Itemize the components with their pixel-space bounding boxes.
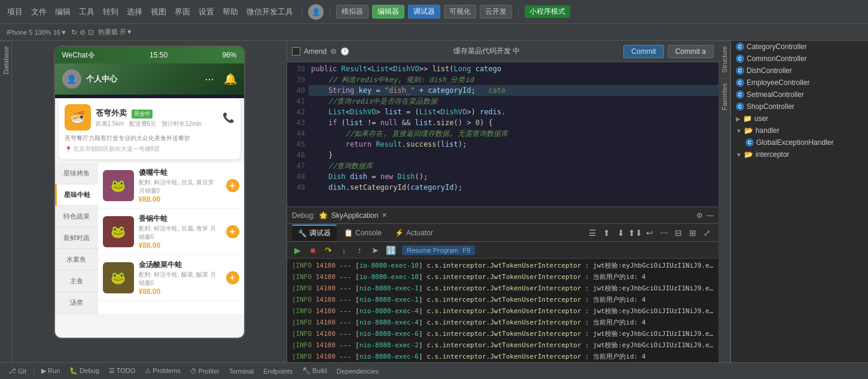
debug-tab-debugger[interactable]: 🔧 调试器 [292, 225, 337, 241]
menu-zdao[interactable]: 转到 [100, 7, 121, 17]
menu-xz[interactable]: 选择 [124, 7, 145, 17]
commit-clock-icon[interactable]: 🕐 [340, 47, 349, 56]
menu-bz[interactable]: 帮助 [220, 7, 240, 17]
status-debug[interactable]: 🐛 Debug [66, 366, 102, 376]
run-to-cursor-btn[interactable]: ➤ [368, 244, 382, 257]
tree-item-dish-controller[interactable]: C DishController [731, 65, 868, 77]
debug-tab-console[interactable]: 📋 Console [338, 226, 388, 239]
menu-gj[interactable]: 工具 [77, 7, 97, 17]
tree-item-global-exception[interactable]: C GlobalExceptionHandler [731, 137, 868, 148]
debug-toolbar-btn-2[interactable]: ⬆ [600, 226, 613, 239]
amend-label: Amend [304, 47, 327, 56]
menu-jm[interactable]: 界面 [172, 7, 193, 17]
refresh-icon[interactable]: ↻ [71, 28, 77, 37]
editor-btn[interactable]: 编辑器 [372, 5, 404, 19]
debug-toolbar-btn-6[interactable]: ⋯ [657, 226, 671, 239]
menu-bj[interactable]: 编辑 [53, 7, 73, 17]
menu-item-add-2[interactable]: + [226, 271, 239, 284]
debug-toolbar-btn-1[interactable]: ☰ [586, 226, 599, 239]
debug-toolbar-btn-3[interactable]: ⬇ [614, 226, 628, 239]
evaluate-btn[interactable]: 🔢 [384, 244, 397, 257]
status-todo[interactable]: ☰ TODO [105, 366, 139, 376]
menu-item-add-0[interactable]: + [226, 179, 239, 192]
phone-bell-icon[interactable]: 🔔 [224, 72, 237, 86]
tree-folder-handler[interactable]: ▼ 📂 handler [731, 125, 868, 137]
commit-settings-icon[interactable]: ⚙ [330, 47, 337, 56]
class-icon-0: C [736, 43, 744, 51]
cat-tese-shucai[interactable]: 特色蔬菜 [55, 206, 98, 228]
debug-minimize-icon[interactable]: — [706, 211, 714, 220]
resize-icon[interactable]: ⊡ [88, 28, 94, 37]
commit-and-button[interactable]: Commit a [668, 45, 714, 58]
debug-toolbar-btn-4[interactable]: ⬆⬇ [629, 226, 642, 239]
menu-item-add-1[interactable]: + [226, 225, 239, 238]
tree-item-shop-controller[interactable]: C ShopController [731, 101, 868, 113]
phone-more-btn[interactable]: ··· [205, 73, 214, 86]
cloud-btn[interactable]: 云开发 [480, 5, 512, 19]
status-dependencies[interactable]: Dependencies [333, 366, 382, 376]
debug-settings-icon[interactable]: ⚙ [696, 211, 703, 220]
debug-toolbar-btn-7[interactable]: ⊟ [672, 226, 685, 239]
debugger-btn[interactable]: 调试器 [408, 5, 440, 19]
menu-item-price-2: ¥88.00 [139, 287, 221, 296]
code-line-42: List<DishVO> list = (List<DishVO>) redis… [309, 107, 718, 117]
database-tab[interactable]: Database [0, 41, 11, 79]
debug-header: Debug: 🌟 SkyApplication ✕ ⚙ — [287, 207, 718, 224]
debug-toolbar: ▶ ■ ↷ ↓ ↑ ➤ 🔢 Resume Program F9 [287, 242, 718, 259]
restaurant-time: 预计时长12min [162, 120, 202, 127]
commit-button[interactable]: Commit [623, 45, 663, 58]
amend-checkbox[interactable] [292, 47, 300, 56]
cat-xinxian-shishu[interactable]: 新鲜时蔬 [55, 228, 98, 249]
menu-item-1: 🐸 香锅牛蛙 配料: 鲜活牛蛙, 豆腐, 青笋 月销量0 ¥88.00 + [98, 209, 244, 255]
tree-folder-interceptor[interactable]: ▼ 📂 interceptor [731, 148, 868, 160]
debug-expand-btn[interactable]: ⤢ [701, 226, 714, 239]
status-profiler[interactable]: ⏱ Profiler [187, 366, 223, 376]
tree-item-employee-controller[interactable]: C EmployeeController [731, 77, 868, 89]
tree-item-common-controller[interactable]: C CommonController [731, 53, 868, 65]
cat-tanglei[interactable]: 汤类 [55, 292, 98, 314]
restaurant-card: 🍜 苍穹外卖 营业中 距离1.5km 配送费6元 预计时长12min [59, 98, 240, 159]
tree-item-setmeal-controller[interactable]: C SetmealController [731, 89, 868, 101]
log-line-5: [INFO 14100 --- [nio-8080-exec-4] c.s.in… [287, 317, 718, 328]
menu-sz[interactable]: 设置 [196, 7, 217, 17]
stop-debug-btn[interactable]: ■ [306, 244, 319, 257]
line-numbers: 38 39 40 41 42 43 44 45 46 47 48 49 [287, 62, 309, 207]
status-endpoints[interactable]: Endpoints [260, 366, 296, 376]
tree-item-category-controller[interactable]: C CategoryController [731, 41, 868, 53]
cat-shuisu-yu[interactable]: 水素鱼 [55, 249, 98, 271]
debug-toolbar-btn-5[interactable]: ↩ [643, 226, 656, 239]
cat-zhushi[interactable]: 主食 [55, 271, 98, 292]
status-build[interactable]: 🔨 Build [299, 366, 331, 376]
status-problems[interactable]: ⚠ Problems [141, 366, 184, 376]
hot-reload-label[interactable]: 热重载 开▼ [96, 28, 135, 37]
structure-tab[interactable]: Structure [718, 41, 730, 78]
menu-item-img-2: 🐸 [103, 262, 134, 293]
menu-view[interactable]: 视图 [148, 7, 169, 17]
favorites-tab[interactable]: Favorites [718, 78, 730, 115]
status-terminal[interactable]: Terminal [226, 366, 258, 376]
menu-wj[interactable]: 文件 [29, 7, 49, 17]
debug-toolbar-btn-8[interactable]: ⊞ [686, 226, 699, 239]
debug-close-icon[interactable]: ✕ [382, 211, 387, 219]
simulator-btn[interactable]: 模拟器 [336, 5, 368, 19]
menu-xm[interactable]: 项目 [5, 7, 25, 17]
tree-folder-user[interactable]: ▶ 📁 user [731, 113, 868, 125]
menu-item-price-1: ¥88.00 [139, 241, 221, 250]
sep2 [330, 6, 330, 18]
phone-call-icon[interactable]: 📞 [223, 112, 234, 123]
step-out-btn[interactable]: ↑ [353, 244, 366, 257]
class-icon-2: C [736, 66, 744, 75]
cat-xingwei-kaoyu[interactable]: 星味烤鱼 [55, 163, 98, 184]
debug-tab-actuator[interactable]: ⚡ Actuator [389, 226, 439, 239]
menu-item-name-0: 傻嘴牛蛙 [139, 168, 221, 178]
step-over-btn[interactable]: ↷ [322, 244, 335, 257]
menu-item-desc-1: 配料: 鲜活牛蛙, 豆腐, 青笋 月销量0 [139, 225, 221, 241]
menu-wx[interactable]: 微信开发工具 [244, 7, 296, 17]
step-into-btn[interactable]: ↓ [337, 244, 351, 257]
visual-btn[interactable]: 可视化 [444, 5, 476, 19]
cat-xingwei-niuwa[interactable]: 星味牛蛙 [55, 184, 98, 206]
resume-btn[interactable]: ▶ [291, 244, 304, 257]
status-run[interactable]: ▶ Run [38, 366, 63, 376]
stop-icon[interactable]: ⊘ [80, 28, 86, 37]
status-git[interactable]: ⎇ Git [5, 366, 30, 376]
